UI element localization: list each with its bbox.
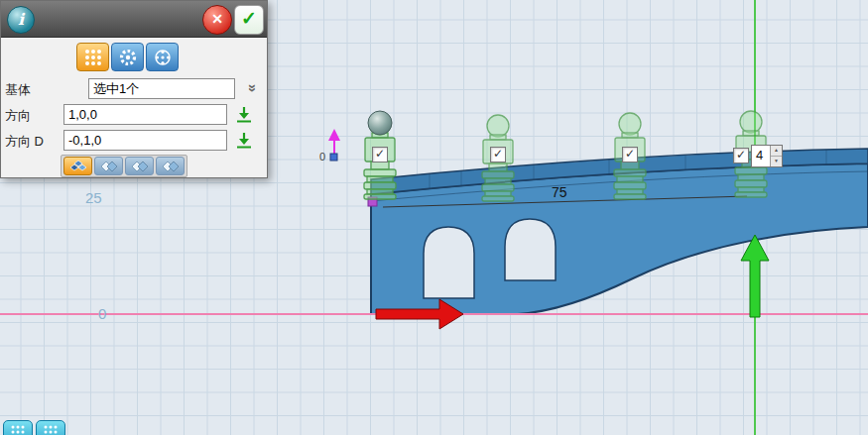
pick-arrow-icon — [233, 131, 255, 149]
ok-button[interactable]: ✓ — [234, 5, 264, 35]
bridge-arch-window — [424, 227, 474, 298]
option-button-link[interactable] — [156, 157, 185, 175]
chevron-double-down-icon[interactable]: » — [244, 80, 262, 96]
pattern-type-toolbar — [76, 43, 179, 71]
sphere-dots-icon — [153, 48, 173, 67]
pattern-options-toolbar — [61, 155, 187, 177]
option-button-instances[interactable] — [94, 157, 123, 175]
count-value[interactable]: 4 — [752, 146, 770, 166]
direction2-field-row: 方向 D — [1, 130, 267, 152]
option-button-geometry[interactable] — [63, 157, 92, 175]
pick-arrow-icon — [233, 105, 255, 123]
instance-checkbox[interactable]: ✓ — [733, 148, 749, 163]
base-field-input[interactable] — [88, 78, 235, 99]
linear-pattern-button[interactable] — [76, 43, 109, 71]
dot-grid-icon — [10, 424, 26, 435]
spinner-up-icon[interactable]: ▲ — [771, 146, 782, 157]
checkbox-check-icon: ✓ — [493, 147, 503, 161]
check-icon: ✓ — [241, 8, 257, 29]
pick-direction-button[interactable] — [233, 105, 255, 127]
origin-marker — [328, 129, 340, 161]
bottom-toolbar-button[interactable] — [36, 420, 65, 435]
seed-sphere-head[interactable] — [368, 111, 392, 135]
checkbox-check-icon: ✓ — [375, 147, 385, 161]
dialog-titlebar[interactable]: i ✕ ✓ — [1, 1, 267, 38]
direction2-field-input[interactable] — [63, 130, 227, 151]
diamond-pair-icon — [131, 160, 149, 173]
bottom-toolbar-button[interactable] — [3, 420, 33, 435]
pick-direction-button[interactable] — [233, 131, 255, 153]
grid-label-0: 0 — [98, 305, 106, 322]
cubes-icon — [69, 160, 87, 173]
instance-checkbox[interactable]: ✓ — [372, 147, 388, 163]
checkbox-check-icon: ✓ — [736, 148, 746, 162]
pattern-dialog: i ✕ ✓ — [0, 0, 268, 178]
direction1-field-label: 方向 — [5, 107, 31, 125]
circular-pattern-button[interactable] — [111, 43, 144, 71]
direction1-field-input[interactable] — [63, 104, 227, 125]
close-icon: ✕ — [211, 11, 223, 27]
dimension-label: 75 — [552, 184, 567, 200]
grid-label-25: 25 — [85, 189, 102, 206]
dot-grid-icon — [43, 424, 59, 435]
instance-checkbox[interactable]: ✓ — [490, 147, 506, 163]
spinner-down-icon[interactable]: ▼ — [771, 157, 782, 166]
bridge-arch-window — [505, 219, 556, 280]
origin-label: 0 — [319, 151, 325, 163]
instance-count-spinner[interactable]: 4 ▲ ▼ — [751, 145, 783, 167]
y-direction-arrow[interactable] — [741, 235, 769, 317]
gear-icon — [118, 48, 138, 67]
instance-checkbox[interactable]: ✓ — [622, 147, 638, 163]
diamond-pair-icon — [162, 160, 180, 173]
spherical-pattern-button[interactable] — [146, 43, 179, 71]
base-field-row: 基体 » — [1, 78, 267, 100]
checkbox-check-icon: ✓ — [625, 147, 635, 161]
direction2-field-label: 方向 D — [5, 133, 44, 151]
application-window: 25 0 0 75 ✓ ✓ ✓ ✓ 4 ▲ ▼ — [0, 0, 868, 435]
base-field-label: 基体 — [5, 81, 31, 99]
option-button-merge[interactable] — [125, 157, 154, 175]
direction1-field-row: 方向 — [1, 104, 267, 126]
dot-grid-icon — [83, 48, 103, 67]
cancel-button[interactable]: ✕ — [202, 5, 232, 35]
diamond-pair-icon — [100, 160, 118, 173]
info-icon[interactable]: i — [7, 6, 35, 34]
